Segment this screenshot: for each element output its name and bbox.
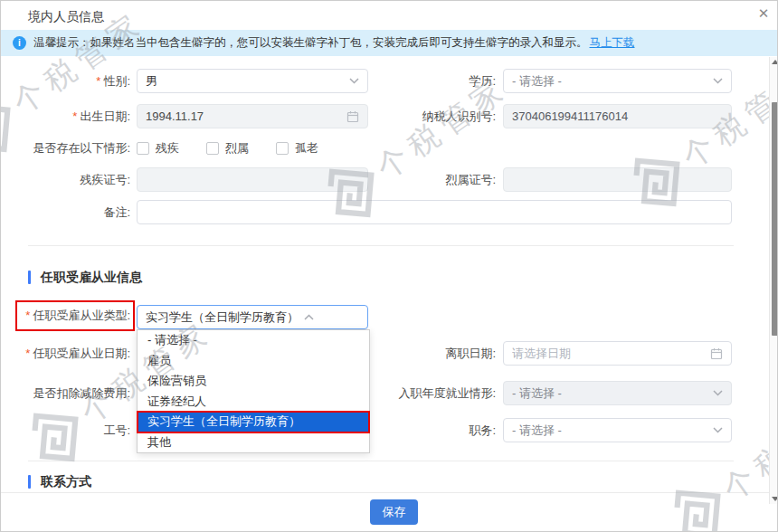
taxpayer-id-field: 370406199411176014 bbox=[503, 104, 732, 128]
dropdown-option-employee[interactable]: 雇员 bbox=[138, 351, 369, 372]
disability-cert-label: 残疾证号: bbox=[19, 167, 130, 192]
required-mark: * bbox=[72, 109, 77, 123]
leave-date-label: 离职日期: bbox=[381, 341, 496, 366]
required-mark: * bbox=[96, 74, 100, 88]
chevron-down-icon bbox=[713, 427, 723, 433]
checkbox-box[interactable] bbox=[206, 142, 219, 155]
personnel-info-dialog: 境内人员信息 ✕ i 温馨提示：如果姓名当中包含生僻字的，您可以安装生僻字补丁包… bbox=[0, 0, 778, 532]
situations-label: 是否存在以下情形: bbox=[19, 136, 130, 160]
martyr-cert-label: 烈属证号: bbox=[381, 167, 496, 192]
martyr-cert-field bbox=[503, 167, 732, 192]
remark-input[interactable] bbox=[137, 200, 732, 224]
calendar-icon bbox=[710, 347, 723, 360]
divider bbox=[28, 245, 734, 246]
watermark: 个税管家 bbox=[659, 385, 777, 531]
gender-select[interactable]: 男 bbox=[137, 69, 368, 93]
section-bar bbox=[28, 475, 31, 489]
checkbox-box[interactable] bbox=[137, 142, 149, 155]
leave-date-placeholder: 请选择日期 bbox=[512, 346, 705, 362]
annual-employment-value: - 请选择 - bbox=[512, 385, 707, 402]
taxpayer-id-value: 370406199411176014 bbox=[512, 109, 723, 123]
tip-text: 温馨提示：如果姓名当中包含生僻字的，您可以安装生僻字补丁包，安装完成后即可支持生… bbox=[33, 35, 588, 51]
chevron-up-icon bbox=[304, 314, 314, 320]
birth-date-value: 1994.11.17 bbox=[146, 109, 341, 123]
checkbox-label: 烈属 bbox=[225, 140, 249, 157]
annual-employment-label: 入职年度就业情形: bbox=[381, 381, 496, 405]
birth-date-label: *出生日期: bbox=[19, 104, 130, 128]
checkbox-martyr[interactable]: 烈属 bbox=[206, 140, 249, 157]
info-icon: i bbox=[13, 36, 26, 50]
dropdown-option-intern-student-selected[interactable]: 实习学生（全日制学历教育） bbox=[138, 412, 369, 432]
disability-cert-field bbox=[137, 167, 368, 192]
dropdown-option-securities-broker[interactable]: 证券经纪人 bbox=[138, 392, 369, 413]
checkbox-label: 孤老 bbox=[295, 140, 318, 157]
download-link[interactable]: 马上下载 bbox=[590, 35, 635, 51]
checkbox-elderly[interactable]: 孤老 bbox=[276, 140, 318, 157]
work-no-label: 工号: bbox=[19, 418, 130, 442]
employment-type-select[interactable]: 实习学生（全日制学历教育） bbox=[137, 305, 368, 329]
education-select[interactable]: - 请选择 - bbox=[503, 69, 732, 93]
employment-section-title: 任职受雇从业信息 bbox=[41, 269, 142, 285]
section-bar bbox=[28, 271, 31, 284]
required-mark: * bbox=[25, 309, 30, 322]
chevron-down-icon bbox=[713, 390, 723, 396]
dropdown-option-other[interactable]: 其他 bbox=[138, 432, 369, 453]
employment-type-dropdown: - 请选择 - 雇员 保险营销员 证券经纪人 实习学生（全日制学历教育） 其他 bbox=[137, 329, 370, 453]
deduction-label: 是否扣除减除费用: bbox=[19, 381, 130, 405]
required-mark: * bbox=[25, 347, 30, 360]
birth-date-field: 1994.11.17 bbox=[137, 104, 368, 128]
scroll-down-icon[interactable] bbox=[772, 497, 778, 501]
tip-banner: i 温馨提示：如果姓名当中包含生僻字的，您可以安装生僻字补丁包，安装完成后即可支… bbox=[1, 30, 778, 56]
remark-label: 备注: bbox=[19, 200, 130, 224]
vertical-scrollbar[interactable] bbox=[769, 57, 778, 504]
contact-section-title: 联系方式 bbox=[41, 473, 91, 489]
situation-checkbox-group: 残疾 烈属 孤老 bbox=[137, 136, 318, 160]
employment-start-date-label: *任职受雇从业日期: bbox=[19, 341, 130, 366]
save-button[interactable]: 保存 bbox=[370, 499, 418, 525]
calendar-icon bbox=[346, 110, 359, 123]
gender-label: *性别: bbox=[19, 69, 130, 93]
employment-type-label-highlight: *任职受雇从业类型: bbox=[15, 300, 135, 331]
education-value: - 请选择 - bbox=[512, 73, 707, 90]
footer-divider bbox=[1, 492, 778, 493]
education-label: 学历: bbox=[381, 69, 496, 93]
checkbox-label: 残疾 bbox=[156, 140, 179, 157]
scroll-up-icon[interactable] bbox=[772, 60, 778, 64]
dropdown-option-insurance-agent[interactable]: 保险营销员 bbox=[138, 371, 369, 392]
dropdown-option-please-select[interactable]: - 请选择 - bbox=[138, 330, 369, 351]
chevron-down-icon bbox=[713, 78, 723, 84]
dialog-title: 境内人员信息 bbox=[28, 7, 104, 25]
gender-value: 男 bbox=[146, 73, 344, 90]
employment-type-label: *任职受雇从业类型: bbox=[25, 308, 130, 324]
position-value: - 请选择 - bbox=[512, 423, 707, 439]
taxpayer-id-label: 纳税人识别号: bbox=[381, 104, 496, 128]
employment-type-value: 实习学生（全日制学历教育） bbox=[146, 309, 299, 326]
leave-date-field[interactable]: 请选择日期 bbox=[503, 341, 732, 366]
divider bbox=[28, 461, 734, 461]
close-icon[interactable]: ✕ bbox=[754, 4, 773, 24]
position-label: 职务: bbox=[381, 418, 496, 442]
checkbox-disability[interactable]: 残疾 bbox=[137, 140, 179, 157]
scrollbar-thumb[interactable] bbox=[772, 102, 778, 336]
chevron-down-icon bbox=[349, 78, 359, 84]
checkbox-box[interactable] bbox=[276, 142, 289, 155]
brand-logo-icon bbox=[1, 100, 14, 157]
annual-employment-select[interactable]: - 请选择 - bbox=[503, 381, 732, 405]
position-select[interactable]: - 请选择 - bbox=[503, 418, 732, 442]
